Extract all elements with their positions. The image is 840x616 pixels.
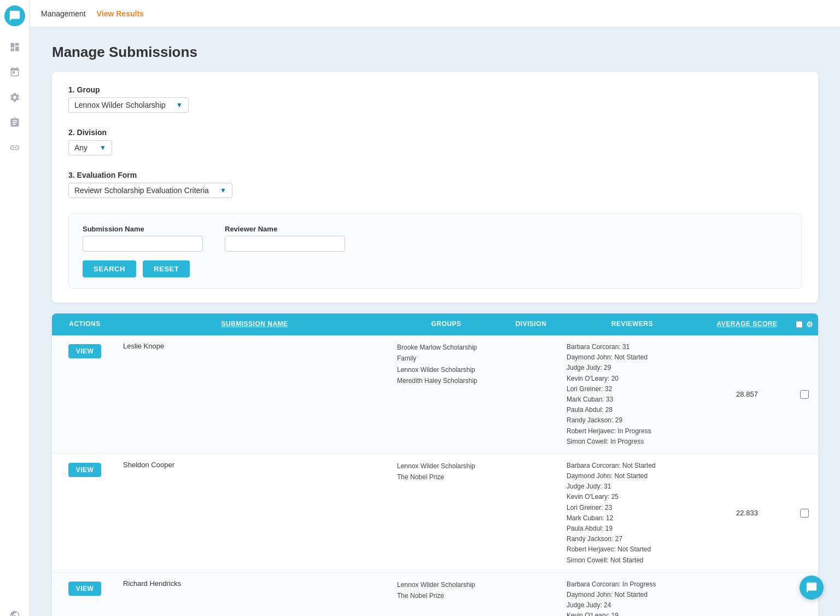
sidebar-icon-settings[interactable] <box>5 88 25 107</box>
avg-score-cell: 28.857 <box>703 335 791 454</box>
search-card: Submission Name Reviewer Name SEARCH RES… <box>68 213 802 289</box>
th-submission-name[interactable]: SUBMISSION NAME <box>118 313 392 335</box>
reviewer-name-label: Reviewer Name <box>225 225 345 233</box>
avg-score: 28.857 <box>736 390 758 398</box>
th-groups: GROUPS <box>392 313 501 335</box>
submission-name-input[interactable] <box>83 236 203 252</box>
filter-card: 1. Group Lennox Wilder Scholarship ▼ 2. … <box>52 72 818 303</box>
groups-cell: Brooke Marlow ScholarshipFamilyLennox Wi… <box>392 335 501 454</box>
submission-name: Sheldon Cooper <box>123 461 174 469</box>
submissions-table: ACTIONS SUBMISSION NAME GROUPS DIVISION … <box>52 313 818 616</box>
select-cell <box>791 454 818 572</box>
submission-name-label: Submission Name <box>83 225 203 233</box>
table-row: VIEW Leslie Knope Brooke Marlow Scholars… <box>52 335 818 454</box>
group-select-arrow: ▼ <box>176 101 183 109</box>
view-button[interactable]: VIEW <box>68 463 102 477</box>
chat-float-button[interactable] <box>800 576 824 600</box>
reviewer-list: Barbara Corcoran: 31 Daymond John: Not S… <box>567 342 651 447</box>
groups-list: Brooke Marlow ScholarshipFamilyLennox Wi… <box>397 342 477 387</box>
table-row: VIEW Richard Hendricks Lennox Wilder Sch… <box>52 573 818 616</box>
reset-button[interactable]: RESET <box>143 260 190 277</box>
group-select-value: Lennox Wilder Scholarship <box>74 101 166 109</box>
row-checkbox[interactable] <box>800 509 809 518</box>
submission-name-field: Submission Name <box>83 225 203 252</box>
reviewer-list: Barbara Corcoran: Not Started Daymond Jo… <box>567 461 656 566</box>
division-filter-label: 2. Division <box>68 128 802 137</box>
table-row: VIEW Sheldon Cooper Lennox Wilder Schola… <box>52 454 818 573</box>
reviewers-cell: Barbara Corcoran: 31 Daymond John: Not S… <box>561 335 703 454</box>
sidebar-icon-globe[interactable] <box>5 606 25 616</box>
division-select-value: Any <box>74 143 88 152</box>
select-cell <box>791 335 818 454</box>
submission-name: Richard Hendricks <box>123 579 181 588</box>
division-select[interactable]: Any ▼ <box>68 140 112 155</box>
th-actions: ACTIONS <box>52 313 118 335</box>
evaluation-select-value: Reviewr Scholarship Evaluation Criteria <box>74 186 209 195</box>
evaluation-select[interactable]: Reviewr Scholarship Evaluation Criteria … <box>68 183 232 198</box>
page-title: Manage Submissions <box>52 44 818 61</box>
search-actions: SEARCH RESET <box>83 260 788 277</box>
groups-list: Lennox Wilder ScholarshipThe Nobel Prize <box>397 579 475 602</box>
th-division: DIVISION <box>501 313 561 335</box>
th-average-score[interactable]: AVERAGE SCORE <box>703 313 791 335</box>
row-checkbox[interactable] <box>800 390 809 399</box>
group-filter-label: 1. Group <box>68 85 802 94</box>
search-row: Submission Name Reviewer Name <box>83 225 788 252</box>
submission-name: Leslie Knope <box>123 342 164 350</box>
view-button[interactable]: VIEW <box>68 344 102 358</box>
division-cell <box>501 335 561 454</box>
reviewer-name-field: Reviewer Name <box>225 225 345 252</box>
gear-icon[interactable]: ⚙ <box>806 320 814 329</box>
avg-score-cell: 22.571 <box>703 573 791 616</box>
division-filter-section: 2. Division Any ▼ <box>68 128 802 163</box>
division-cell <box>501 454 561 572</box>
groups-list: Lennox Wilder ScholarshipThe Nobel Prize <box>397 461 475 483</box>
evaluation-filter-label: 3. Evaluation Form <box>68 171 802 179</box>
app-logo[interactable] <box>4 5 25 26</box>
sidebar-icon-dashboard[interactable] <box>5 37 25 57</box>
content-area: Manage Submissions 1. Group Lennox Wilde… <box>30 27 840 616</box>
division-select-arrow: ▼ <box>100 144 106 152</box>
reviewer-name-input[interactable] <box>225 236 345 252</box>
sidebar-icon-calendar[interactable] <box>5 62 25 82</box>
avg-score: 22.833 <box>736 509 758 517</box>
groups-cell: Lennox Wilder ScholarshipThe Nobel Prize <box>392 573 501 616</box>
th-icons: ⚙ <box>796 320 813 329</box>
reviewer-list: Barbara Corcoran: In Progress Daymond Jo… <box>567 579 656 616</box>
table-header: ACTIONS SUBMISSION NAME GROUPS DIVISION … <box>52 313 818 335</box>
nav-management[interactable]: Management <box>41 7 86 20</box>
search-button[interactable]: SEARCH <box>83 260 136 277</box>
actions-cell: VIEW <box>52 335 118 454</box>
actions-cell: VIEW <box>52 454 118 572</box>
evaluation-filter-section: 3. Evaluation Form Reviewr Scholarship E… <box>68 171 802 206</box>
avg-score-cell: 22.833 <box>703 454 791 572</box>
view-button[interactable]: VIEW <box>68 582 102 596</box>
sidebar-icon-link[interactable] <box>5 138 25 158</box>
nav-view-results[interactable]: View Results <box>97 7 144 20</box>
submission-name-cell: Sheldon Cooper <box>118 454 392 572</box>
submission-name-cell: Richard Hendricks <box>118 573 392 616</box>
sidebar <box>0 0 30 616</box>
actions-cell: VIEW <box>52 573 118 616</box>
select-all-checkbox[interactable] <box>796 320 803 329</box>
submission-name-cell: Leslie Knope <box>118 335 392 454</box>
topnav: Management View Results <box>30 0 840 27</box>
th-select: ⚙ <box>791 313 818 335</box>
main-area: Management View Results Manage Submissio… <box>30 0 840 616</box>
evaluation-select-arrow: ▼ <box>220 187 226 194</box>
groups-cell: Lennox Wilder ScholarshipThe Nobel Prize <box>392 454 501 572</box>
division-cell <box>501 573 561 616</box>
reviewers-cell: Barbara Corcoran: Not Started Daymond Jo… <box>561 454 703 572</box>
group-select[interactable]: Lennox Wilder Scholarship ▼ <box>68 97 189 113</box>
sidebar-icon-clipboard[interactable] <box>5 113 25 132</box>
reviewers-cell: Barbara Corcoran: In Progress Daymond Jo… <box>561 573 703 616</box>
group-filter-section: 1. Group Lennox Wilder Scholarship ▼ <box>68 85 802 120</box>
th-reviewers: REVIEWERS <box>561 313 703 335</box>
